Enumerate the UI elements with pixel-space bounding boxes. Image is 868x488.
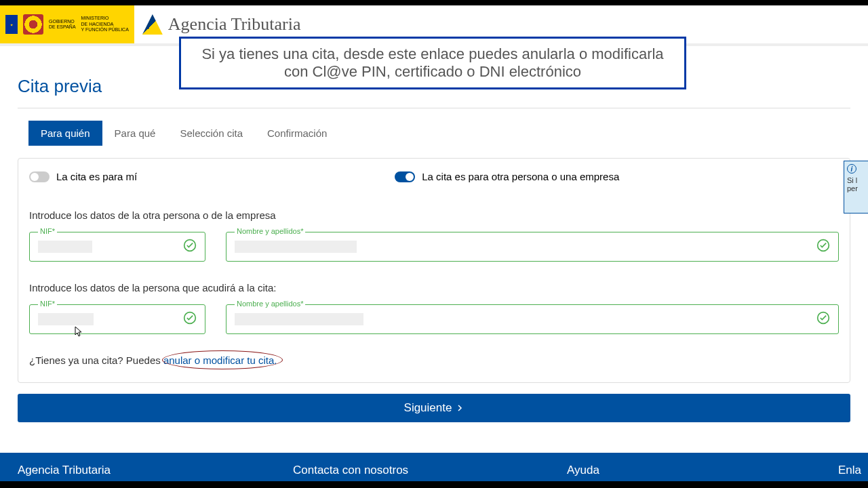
toggle-for-me[interactable]: [29, 171, 50, 182]
footer: Agencia Tributaria Contacta con nosotros…: [0, 453, 868, 481]
coat-of-arms-icon: [23, 14, 43, 35]
other-name-value: [235, 241, 357, 253]
attendee-nif-field[interactable]: NIF*: [29, 304, 205, 334]
section-other-person-label: Introduce los datos de la otra persona o…: [29, 209, 839, 221]
tab-seleccion-cita[interactable]: Selección cita: [167, 121, 255, 146]
next-button[interactable]: Siguiente: [18, 394, 850, 422]
form-card: La cita es para mí La cita es para otra …: [18, 158, 850, 383]
info-icon: i: [847, 164, 856, 174]
footer-contact[interactable]: Contacta con nosotros: [293, 464, 567, 477]
tab-confirmacion[interactable]: Confirmación: [255, 121, 339, 146]
existing-appointment-question: ¿Tienes ya una cita? Puedes anular o mod…: [29, 354, 839, 366]
tab-para-que[interactable]: Para qué: [102, 121, 168, 146]
agency-logo-icon: [142, 14, 163, 35]
eu-flag-icon: [5, 15, 18, 34]
check-icon: [183, 239, 197, 255]
toggle-for-other-label: La cita es para otra persona o una empre…: [422, 171, 619, 182]
footer-help[interactable]: Ayuda: [567, 464, 838, 477]
check-icon: [183, 311, 197, 327]
wizard-tabs: Para quién Para qué Selección cita Confi…: [18, 121, 850, 146]
attendee-nif-value: [38, 313, 94, 325]
other-name-field[interactable]: Nombre y apellidos*: [226, 232, 839, 262]
footer-links[interactable]: Enla: [838, 464, 861, 477]
section-attendee-label: Introduce los datos de la persona que ac…: [29, 282, 839, 293]
footer-agency[interactable]: Agencia Tributaria: [18, 464, 293, 477]
check-icon: [816, 239, 830, 255]
check-icon: [816, 311, 830, 327]
attendee-name-field[interactable]: Nombre y apellidos*: [226, 304, 839, 334]
tab-para-quien[interactable]: Para quién: [28, 121, 102, 146]
modify-appointment-link[interactable]: anular o modificar tu cita.: [163, 354, 277, 366]
other-nif-value: [38, 241, 92, 253]
other-nif-field[interactable]: NIF*: [29, 232, 205, 262]
agency-title: Agencia Tributaria: [168, 14, 301, 35]
info-callout: Si ya tienes una cita, desde este enlace…: [179, 37, 686, 89]
toggle-for-me-label: La cita es para mí: [56, 171, 137, 182]
toggle-for-other[interactable]: [395, 171, 415, 182]
chevron-right-icon: [456, 404, 464, 412]
side-info-panel[interactable]: i Si l per: [844, 161, 868, 214]
government-badge: GOBIERNO DE ESPAÑA MINISTERIO DE HACIEND…: [0, 5, 134, 43]
attendee-name-value: [235, 313, 363, 325]
